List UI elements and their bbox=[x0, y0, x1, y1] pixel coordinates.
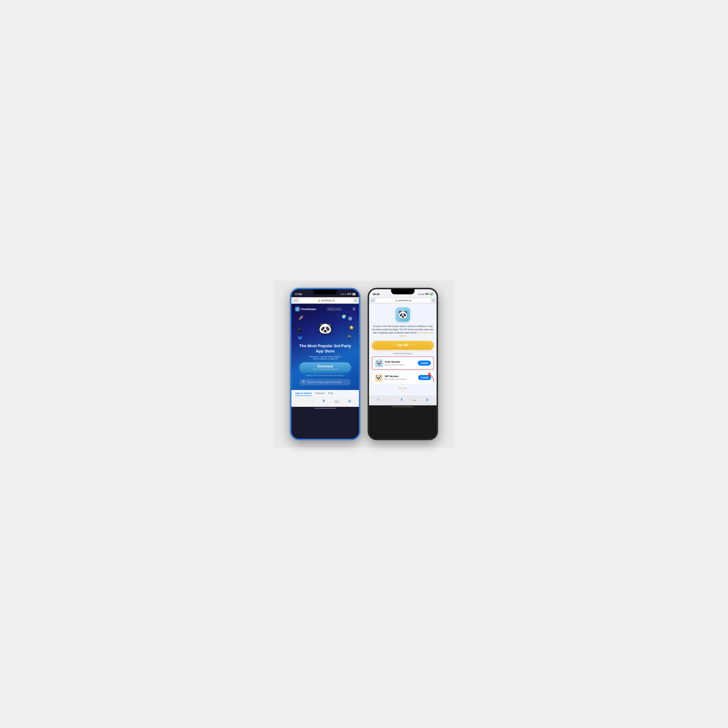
search-icon: 🔍 bbox=[303, 381, 306, 384]
share-btn-right[interactable]: ⬆ bbox=[400, 398, 403, 402]
free-version-icon: 🐼 bbox=[375, 359, 383, 367]
left-page-content: 🐼 Pandahelper jailbroken version ☰ 🚀 🌍 ❄… bbox=[291, 304, 359, 397]
logo-icon: 🐼 bbox=[295, 307, 300, 312]
safari-toolbar-right: < > ⬆ 📖 ⧉ bbox=[369, 396, 437, 405]
left-phone: 17:02 ▲▲▲ WiFi ▓▓ 大小 🔒 pandahelp.vip ↺ bbox=[290, 288, 360, 440]
menu-icon[interactable]: ☰ bbox=[352, 307, 355, 311]
notch-right bbox=[391, 289, 414, 294]
bookmark-btn-right: 📖 bbox=[412, 398, 416, 402]
refresh-icon-right[interactable]: ↺ bbox=[432, 299, 434, 302]
right-phone: 16:24 ▲▲▲ WiFi ▓▓ AA 🔒 pandahelp.vip ↺ 🐼… bbox=[368, 288, 438, 440]
wifi-icon-left: WiFi bbox=[347, 293, 352, 295]
tab-faq[interactable]: FAQ bbox=[328, 392, 333, 396]
home-indicator-right bbox=[392, 407, 414, 407]
tabs-btn-right[interactable]: ⧉ bbox=[426, 398, 428, 402]
hero-section: 🐼 Pandahelper jailbroken version ☰ 🚀 🌍 ❄… bbox=[291, 304, 359, 390]
scene: 17:02 ▲▲▲ WiFi ▓▓ 大小 🔒 pandahelp.vip ↺ bbox=[274, 281, 454, 447]
battery-icon-left: ▓▓ bbox=[352, 293, 355, 295]
orbit-icon-7: ⭐ bbox=[349, 325, 354, 330]
home-indicator-left bbox=[314, 408, 336, 408]
download-btn-sub: You can download apps right now! bbox=[310, 369, 340, 370]
forward-btn-right[interactable]: > bbox=[389, 398, 391, 402]
panda-character: 🐼 bbox=[318, 322, 332, 335]
refresh-icon-left[interactable]: ↺ bbox=[355, 299, 357, 302]
tab-apps-games[interactable]: Apps & Games bbox=[295, 392, 312, 396]
back-btn-left[interactable]: < bbox=[300, 399, 302, 403]
url-bar-left[interactable]: 🔒 pandahelp.vip bbox=[299, 298, 353, 303]
tab-features[interactable]: Features bbox=[315, 392, 324, 396]
vip-version-card: 🐼 VIP Version More stable and durable! I… bbox=[372, 372, 434, 384]
signal-icon-left: ▲▲▲ bbox=[341, 293, 347, 295]
lock-icon-left: 🔒 bbox=[318, 299, 321, 302]
get-vip-small-text[interactable]: Get VIP bbox=[399, 387, 407, 390]
free-version-info: Free Version Risk of being revoked bbox=[385, 360, 416, 366]
download-button[interactable]: Download You can download apps right now… bbox=[300, 362, 351, 372]
vip-version-info: VIP Version More stable and durable! bbox=[385, 375, 416, 380]
free-version-desc: Risk of being revoked bbox=[385, 364, 416, 366]
jailbreak-badge[interactable]: jailbroken version bbox=[327, 307, 342, 310]
panda-app-icon: 🐼 bbox=[396, 307, 410, 322]
tabs-btn-left[interactable]: ⧉ bbox=[348, 399, 351, 403]
safari-toolbar-left: < > ⬆ 📖 ⧉ bbox=[291, 397, 359, 407]
bookmark-btn-left: 📖 bbox=[335, 399, 339, 403]
chevron-down-icon: ∨ bbox=[402, 390, 404, 392]
search-placeholder: Search for apps & games you want bbox=[307, 381, 341, 384]
status-icons-left: ▲▲▲ WiFi ▓▓ bbox=[341, 293, 355, 295]
signal-icon-right: ▲▲▲ bbox=[418, 293, 424, 295]
browser-left-btn-right[interactable]: AA bbox=[371, 299, 374, 302]
orbit-icon-1: 🚀 bbox=[299, 315, 303, 320]
notch-left bbox=[314, 289, 337, 294]
hero-subtitle: Download ++apps & hacked gameswithout ja… bbox=[309, 355, 341, 360]
get-vip-button[interactable]: Get VIP bbox=[372, 341, 434, 350]
share-btn-left[interactable]: ⬆ bbox=[322, 399, 325, 403]
site-nav: 🐼 Pandahelper jailbroken version ☰ bbox=[295, 306, 355, 313]
vip-version-name: VIP Version bbox=[385, 375, 416, 378]
red-arrow-annotation bbox=[427, 371, 436, 384]
free-version-name: Free Version bbox=[385, 360, 416, 363]
url-text-right: pandahelp.vip bbox=[398, 299, 411, 302]
time-left: 17:02 bbox=[295, 292, 302, 295]
get-vip-text: Get VIP bbox=[397, 343, 408, 347]
browser-bar-left: 大小 🔒 pandahelp.vip ↺ bbox=[291, 297, 359, 304]
free-install-button[interactable]: Install bbox=[418, 361, 431, 366]
logo-area: 🐼 Pandahelper bbox=[295, 307, 317, 312]
tab-bar-left: Apps & Games Features FAQ bbox=[291, 390, 359, 397]
back-btn-right[interactable]: < bbox=[377, 398, 379, 402]
right-page-content: 🐼 All users of the free version share a … bbox=[369, 304, 437, 396]
orbit-icon-6: 📱 bbox=[297, 328, 302, 333]
illustration: 🚀 🌍 ❄️ 💙 🎮 📱 ⭐ 🐼 bbox=[295, 314, 355, 343]
url-text-left: pandahelp.vip bbox=[321, 299, 335, 302]
download-btn-text: Download bbox=[310, 364, 340, 369]
wifi-icon-right: WiFi bbox=[425, 293, 429, 295]
orbit-icon-3: ❄️ bbox=[348, 317, 353, 321]
free-version-card: 🐼 Free Version Risk of being revoked Ins… bbox=[372, 356, 434, 370]
time-right: 16:24 bbox=[373, 292, 379, 295]
install-section-title: Install Panda Helper bbox=[393, 352, 413, 355]
status-icons-right: ▲▲▲ WiFi ▓▓ bbox=[418, 293, 433, 295]
get-vip-small-section: Get VIP ∨ bbox=[372, 385, 434, 392]
url-bar-right[interactable]: 🔒 pandahelp.vip bbox=[376, 298, 431, 303]
orbit-icon-5: 🎮 bbox=[347, 334, 352, 339]
lock-icon-right: 🔒 bbox=[395, 299, 398, 302]
orbit-icon-2: 🌍 bbox=[341, 315, 346, 319]
vip-version-desc: More stable and durable! bbox=[385, 378, 416, 380]
vip-version-icon: 🐼 bbox=[375, 373, 382, 381]
orbit-icon-4: 💙 bbox=[298, 336, 303, 341]
cert-description: All users of the free version share a co… bbox=[372, 325, 434, 338]
vip-verify-link[interactable]: Already a VIP? Click here to verify your… bbox=[306, 375, 345, 376]
browser-bar-right: AA 🔒 pandahelp.vip ↺ bbox=[369, 297, 437, 304]
logo-text: Pandahelper bbox=[301, 307, 317, 310]
hero-title: The Most Popular 3rd-Party App Store bbox=[295, 343, 355, 354]
search-bar[interactable]: 🔍 Search for apps & games you want bbox=[300, 379, 351, 385]
browser-left-btn[interactable]: 大小 bbox=[294, 299, 298, 302]
forward-btn-left[interactable]: > bbox=[311, 399, 313, 403]
battery-icon-right: ▓▓ bbox=[430, 293, 433, 295]
